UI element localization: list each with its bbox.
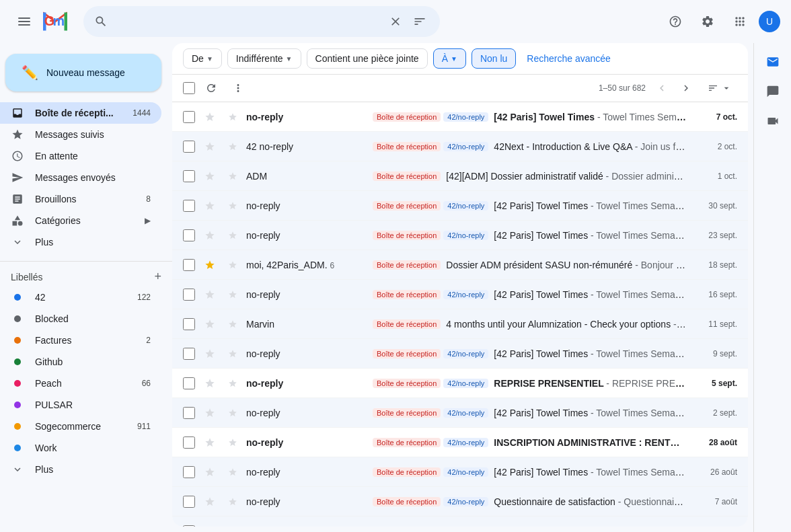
important-button[interactable]: [225, 523, 241, 527]
email-row[interactable]: no-reply Boîte de réception42/no-reply […: [172, 339, 748, 369]
sidebar-label-peach[interactable]: Peach 66: [0, 373, 161, 394]
sidebar-label-factures[interactable]: Factures 2: [0, 330, 161, 351]
star-button[interactable]: [200, 196, 219, 215]
filter-piece-jointe-chip[interactable]: Contient une pièce jointe: [307, 48, 428, 69]
filter-indifferente-chip[interactable]: Indifférente ▼: [227, 48, 301, 69]
email-checkbox[interactable]: [183, 259, 195, 271]
sidebar-item-starred[interactable]: Messages suivis: [0, 124, 161, 145]
email-row[interactable]: moi, 42Paris_ADM. 6 Boîte de réception D…: [172, 250, 748, 280]
menu-icon[interactable]: [11, 8, 38, 35]
important-button[interactable]: [225, 198, 241, 214]
email-row[interactable]: Marvin Boîte de réception 4 months until…: [172, 309, 748, 339]
important-button[interactable]: [225, 316, 241, 332]
star-button[interactable]: [200, 315, 219, 334]
important-button[interactable]: [225, 227, 241, 243]
help-icon[interactable]: [662, 8, 689, 35]
sort-button[interactable]: [702, 80, 737, 96]
refresh-button[interactable]: [200, 77, 222, 99]
sidebar-item-drafts[interactable]: Brouillons 8: [0, 188, 161, 210]
email-row[interactable]: no-reply Boîte de réception42/no-reply R…: [172, 369, 748, 398]
star-button[interactable]: [200, 108, 219, 126]
star-button[interactable]: [200, 522, 219, 527]
add-label-button[interactable]: +: [154, 270, 161, 284]
important-button[interactable]: [225, 405, 241, 421]
email-row[interactable]: no-reply Boîte de réception42/no-reply I…: [172, 428, 748, 457]
more-actions-button[interactable]: [227, 77, 249, 99]
filter-a-chip[interactable]: À ▼: [433, 48, 466, 69]
clear-search-button[interactable]: [386, 12, 405, 31]
important-button[interactable]: [225, 257, 241, 273]
email-checkbox[interactable]: [183, 141, 195, 153]
filter-de-chip[interactable]: De ▼: [183, 48, 222, 69]
email-row[interactable]: no-reply Boîte de réception42/no-reply […: [172, 191, 748, 221]
email-row[interactable]: no-reply Boîte de réception42/no-reply […: [172, 457, 748, 487]
email-row[interactable]: no-reply Boîte de réception42/no-reply […: [172, 280, 748, 309]
email-row[interactable]: 42 no-reply Boîte de réception42/no-repl…: [172, 132, 748, 161]
star-button[interactable]: [200, 256, 219, 274]
email-checkbox[interactable]: [183, 407, 195, 419]
email-row[interactable]: no-reply Boîte de réception42/no-reply […: [172, 221, 748, 250]
sidebar-item-categories[interactable]: Catégories ▶: [0, 210, 161, 231]
star-button[interactable]: [200, 285, 219, 304]
important-button[interactable]: [225, 109, 241, 125]
important-button[interactable]: [225, 346, 241, 362]
email-row[interactable]: no-reply Boîte de réception42/no-reply […: [172, 517, 748, 527]
important-button[interactable]: [225, 168, 241, 184]
settings-icon[interactable]: [694, 8, 721, 35]
star-button[interactable]: [200, 167, 219, 186]
advanced-filter-icon[interactable]: [410, 12, 429, 31]
select-all-checkbox[interactable]: [183, 82, 195, 94]
sidebar-label-42[interactable]: 42 122: [0, 287, 161, 308]
email-checkbox[interactable]: [183, 436, 195, 449]
star-button[interactable]: [200, 374, 219, 393]
sidebar-label-github[interactable]: Github: [0, 351, 161, 373]
sidebar-label-sogecommerce[interactable]: Sogecommerce 911: [0, 416, 161, 437]
right-panel-chat-button[interactable]: [759, 78, 786, 105]
star-button[interactable]: [200, 137, 219, 156]
email-checkbox[interactable]: [183, 289, 195, 301]
sidebar-item-snoozed[interactable]: En attente: [0, 145, 161, 167]
email-checkbox[interactable]: [183, 170, 195, 182]
next-page-button[interactable]: [675, 77, 697, 99]
email-checkbox[interactable]: [183, 111, 195, 123]
email-checkbox[interactable]: [183, 466, 195, 478]
email-row[interactable]: no-reply Boîte de réception42/no-reply Q…: [172, 487, 748, 517]
star-button[interactable]: [200, 226, 219, 245]
sidebar-label-pulsar[interactable]: PULSAR: [0, 394, 161, 416]
star-button[interactable]: [200, 344, 219, 363]
sidebar-item-more1[interactable]: Plus: [0, 231, 161, 253]
search-icon[interactable]: [94, 15, 108, 28]
avatar[interactable]: U: [759, 11, 780, 32]
email-row[interactable]: no-reply Boîte de réception42/no-reply […: [172, 398, 748, 428]
apps-icon[interactable]: [726, 8, 753, 35]
compose-button[interactable]: ✏️ Nouveau message: [5, 54, 161, 91]
important-button[interactable]: [225, 464, 241, 480]
email-checkbox[interactable]: [183, 318, 195, 330]
email-checkbox[interactable]: [183, 496, 195, 508]
email-row[interactable]: ADM Boîte de réception [42][ADM] Dossier…: [172, 161, 748, 191]
star-button[interactable]: [200, 492, 219, 511]
right-panel-mail-button[interactable]: [759, 48, 786, 75]
email-checkbox[interactable]: [183, 348, 195, 360]
email-checkbox[interactable]: [183, 200, 195, 212]
star-button[interactable]: [200, 463, 219, 482]
email-row[interactable]: no-reply Boîte de réception42/no-reply […: [172, 102, 748, 132]
important-button[interactable]: [225, 434, 241, 451]
sidebar-label-blocked[interactable]: Blocked: [0, 308, 161, 330]
sidebar-item-inbox[interactable]: Boîte de récepti... 1444: [0, 102, 161, 124]
sidebar-item-more2[interactable]: Plus: [0, 459, 161, 480]
email-checkbox[interactable]: [183, 229, 195, 241]
prev-page-button[interactable]: [651, 77, 673, 99]
sidebar-item-sent[interactable]: Messages envoyés: [0, 167, 161, 188]
filter-nonlu-chip[interactable]: Non lu: [472, 48, 516, 69]
right-panel-meet-button[interactable]: [759, 108, 786, 135]
search-input[interactable]: label:42: [113, 15, 381, 28]
important-button[interactable]: [225, 139, 241, 155]
sidebar-label-work[interactable]: Work: [0, 437, 161, 459]
recherche-avancee-link[interactable]: Recherche avancée: [521, 49, 616, 68]
email-checkbox[interactable]: [183, 525, 195, 527]
star-button[interactable]: [200, 404, 219, 422]
important-button[interactable]: [225, 287, 241, 303]
important-button[interactable]: [225, 375, 241, 391]
important-button[interactable]: [225, 494, 241, 510]
